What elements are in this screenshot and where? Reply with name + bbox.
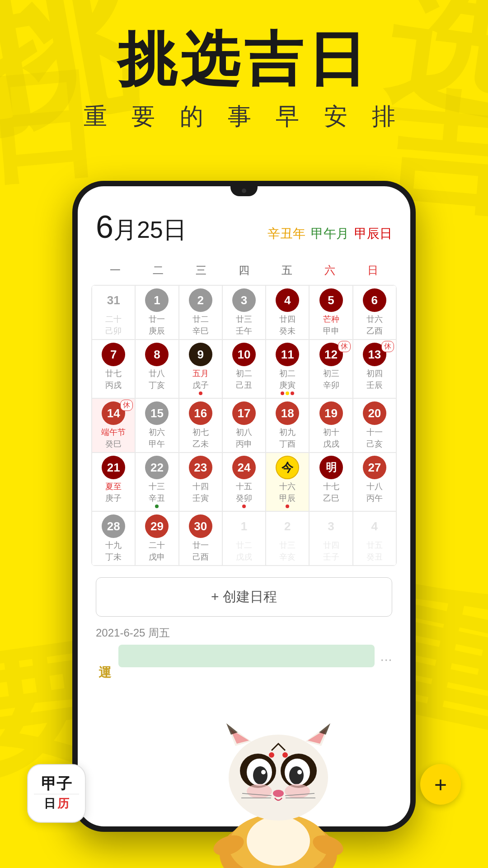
cal-cell-12[interactable]: 休 12 初三 辛卯 xyxy=(309,340,352,398)
day-18: 18 xyxy=(276,401,299,425)
day-15: 15 xyxy=(145,401,169,425)
cal-cell-31-prev[interactable]: 31 二十 己卯 xyxy=(92,285,135,340)
fab-add-button[interactable]: + xyxy=(420,764,461,805)
day-5: 5 xyxy=(319,288,343,312)
day-20: 20 xyxy=(363,401,386,425)
hero-title: 挑选吉日 xyxy=(0,27,488,92)
weekday-wed: 三 xyxy=(179,259,222,281)
cal-cell-28[interactable]: 28 十九 丁未 xyxy=(92,511,135,566)
day-24: 24 xyxy=(232,456,256,479)
schedule-more[interactable]: ... xyxy=(380,648,392,665)
badge-12: 休 xyxy=(338,341,351,352)
cal-cell-4-next[interactable]: 4 廿五 癸丑 xyxy=(353,511,396,566)
weekday-row: 一 二 三 四 五 六 日 xyxy=(91,259,397,281)
cal-cell-24[interactable]: 24 十五 癸卯 xyxy=(222,453,266,511)
day-29: 29 xyxy=(145,514,169,538)
schedule-label-1: 運 xyxy=(96,655,113,657)
cal-cell-13[interactable]: 休 13 初四 壬辰 xyxy=(353,340,396,398)
svg-point-29 xyxy=(282,752,288,758)
weekday-tue: 二 xyxy=(136,259,179,281)
cal-cell-25-today[interactable]: 今 十六 甲辰 xyxy=(266,453,309,511)
cal-cell-26[interactable]: 明 十七 乙巳 xyxy=(309,453,352,511)
weekday-mon: 一 xyxy=(94,259,136,281)
svg-point-21 xyxy=(247,784,272,798)
cal-cell-2-next[interactable]: 2 廿三 辛亥 xyxy=(266,511,309,566)
badge-14: 休 xyxy=(120,400,133,411)
day-10: 10 xyxy=(232,343,256,366)
cal-cell-3-next[interactable]: 3 廿四 壬子 xyxy=(309,511,352,566)
cal-cell-11[interactable]: 11 初二 庚寅 xyxy=(266,340,309,398)
day-3-next: 3 xyxy=(319,514,343,538)
weekday-fri: 五 xyxy=(266,259,309,281)
day-21: 21 xyxy=(102,456,125,479)
day-26: 明 xyxy=(319,456,343,479)
svg-point-17 xyxy=(253,766,267,784)
day-16: 16 xyxy=(189,401,212,425)
cal-cell-5[interactable]: 5 芒种 甲申 xyxy=(309,285,352,340)
svg-point-18 xyxy=(289,766,304,784)
day-11: 11 xyxy=(276,343,299,366)
lunar-info: 辛丑年 甲午月 甲辰日 xyxy=(267,225,392,242)
cal-cell-30[interactable]: 30 廿一 己酉 xyxy=(179,511,222,566)
day-19: 19 xyxy=(319,401,343,425)
day-6: 6 xyxy=(363,288,386,312)
day-4-next: 4 xyxy=(363,514,386,538)
cal-cell-21[interactable]: 21 夏至 庚子 xyxy=(92,453,135,511)
svg-point-20 xyxy=(297,770,302,774)
cal-cell-10[interactable]: 10 初二 己丑 xyxy=(222,340,266,398)
weekday-sat: 六 xyxy=(309,259,352,281)
day-31: 31 xyxy=(102,288,125,312)
cal-cell-17[interactable]: 17 初八 丙申 xyxy=(222,398,266,453)
cal-cell-19[interactable]: 19 初十 戊戌 xyxy=(309,398,352,453)
schedule-item-1[interactable] xyxy=(118,645,375,667)
schedule-date: 2021-6-25 周五 xyxy=(96,626,392,640)
svg-point-23 xyxy=(273,790,284,797)
cal-cell-4[interactable]: 4 廿四 癸未 xyxy=(266,285,309,340)
day-17: 17 xyxy=(232,401,256,425)
svg-marker-12 xyxy=(319,723,330,735)
svg-point-28 xyxy=(269,752,274,758)
app-icon-text-bottom: 日 历 xyxy=(44,796,69,811)
cal-cell-3[interactable]: 3 廿三 壬午 xyxy=(222,285,266,340)
day-1-next: 1 xyxy=(232,514,256,538)
cal-cell-9[interactable]: 9 五月 戊子 xyxy=(179,340,222,398)
weekday-thu: 四 xyxy=(222,259,265,281)
app-icon: 甲子 日 历 xyxy=(27,764,86,823)
cat-mascot xyxy=(192,701,364,868)
cal-cell-15[interactable]: 15 初六 甲午 xyxy=(135,398,178,453)
cal-cell-8[interactable]: 8 廿八 丁亥 xyxy=(135,340,178,398)
cal-cell-2[interactable]: 2 廿二 辛巳 xyxy=(179,285,222,340)
create-schedule-button[interactable]: + 创建日程 xyxy=(96,577,392,617)
cal-cell-7[interactable]: 7 廿七 丙戌 xyxy=(92,340,135,398)
day-7: 7 xyxy=(102,343,125,366)
cal-cell-6[interactable]: 6 廿六 乙酉 xyxy=(353,285,396,340)
lunar-year: 辛丑年 xyxy=(267,225,305,242)
svg-point-2 xyxy=(247,816,310,866)
day-9: 9 xyxy=(189,343,212,366)
day-27: 27 xyxy=(363,456,386,479)
hero-subtitle: 重 要 的 事 早 安 排 xyxy=(0,101,488,132)
cal-cell-1-next[interactable]: 1 廿二 戊戌 xyxy=(222,511,266,566)
cal-cell-29[interactable]: 29 二十 戊申 xyxy=(135,511,178,566)
day-2: 2 xyxy=(189,288,212,312)
cal-cell-27[interactable]: 27 十八 丙午 xyxy=(353,453,396,511)
day-2-next: 2 xyxy=(276,514,299,538)
cal-cell-22[interactable]: 22 十三 辛丑 xyxy=(135,453,178,511)
badge-13: 休 xyxy=(381,341,394,352)
date-header: 6月25日 辛丑年 甲午月 甲辰日 xyxy=(91,209,397,246)
cal-cell-18[interactable]: 18 初九 丁酉 xyxy=(266,398,309,453)
day-4: 4 xyxy=(276,288,299,312)
app-icon-separator xyxy=(34,794,80,794)
day-30: 30 xyxy=(189,514,212,538)
calendar-grid: 31 二十 己卯 1 廿一 庚辰 2 廿二 辛巳 3 廿三 壬午 xyxy=(91,285,397,566)
cal-cell-20[interactable]: 20 十一 己亥 xyxy=(353,398,396,453)
day-25-today: 今 xyxy=(276,456,299,479)
weekday-sun: 日 xyxy=(352,259,394,281)
day-22: 22 xyxy=(145,456,169,479)
cal-cell-16[interactable]: 16 初七 乙未 xyxy=(179,398,222,453)
cal-cell-23[interactable]: 23 十四 壬寅 xyxy=(179,453,222,511)
phone-notch xyxy=(230,186,258,196)
hero-section: 挑选吉日 重 要 的 事 早 安 排 xyxy=(0,27,488,132)
cal-cell-1[interactable]: 1 廿一 庚辰 xyxy=(135,285,178,340)
cal-cell-14[interactable]: 休 14 端午节 癸巳 xyxy=(92,398,135,453)
